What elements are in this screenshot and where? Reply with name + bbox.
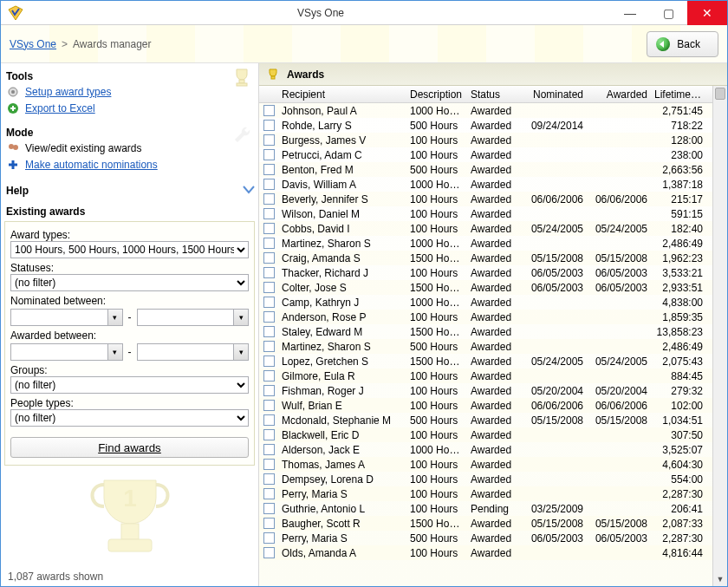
award-types-select[interactable]: 100 Hours, 500 Hours, 1000 Hours, 1500 H… — [10, 241, 249, 258]
nominated-to-dropdown[interactable]: ▾ — [233, 309, 249, 326]
table-row[interactable]: Fishman, Roger J100 HoursAwarded05/20/20… — [259, 383, 712, 398]
statuses-select[interactable]: (no filter) — [10, 274, 249, 291]
row-checkbox[interactable] — [263, 444, 275, 455]
svg-text:1: 1 — [123, 485, 137, 512]
cell-awarded: 06/05/2003 — [587, 282, 651, 294]
col-awarded[interactable]: Awarded — [587, 88, 651, 101]
row-checkbox[interactable] — [263, 459, 275, 470]
table-row[interactable]: Martinez, Sharon S1000 HoursAwarded2,486… — [259, 236, 712, 251]
find-awards-button[interactable]: Find awards — [10, 437, 249, 458]
col-recipient[interactable]: Recipient — [278, 88, 406, 101]
table-row[interactable]: Craig, Amanda S1500 HoursAwarded05/15/20… — [259, 251, 712, 265]
table-row[interactable]: Martinez, Sharon S500 HoursAwarded2,486:… — [259, 339, 712, 354]
row-checkbox[interactable] — [263, 429, 275, 440]
row-checkbox[interactable] — [263, 326, 275, 337]
row-checkbox[interactable] — [263, 208, 275, 219]
table-row[interactable]: Dempsey, Lorena D100 HoursAwarded554:00 — [259, 472, 712, 486]
scroll-thumb[interactable] — [715, 88, 725, 100]
people-types-select[interactable]: (no filter) — [10, 409, 249, 427]
row-checkbox[interactable] — [263, 547, 275, 558]
table-row[interactable]: Burgess, James V100 HoursAwarded128:00 — [259, 133, 712, 147]
row-checkbox[interactable] — [263, 179, 275, 190]
nominated-to-input[interactable] — [137, 309, 234, 326]
back-button[interactable]: Back — [647, 31, 718, 57]
row-checkbox[interactable] — [263, 473, 275, 485]
row-checkbox[interactable] — [263, 503, 275, 514]
nominated-from-dropdown[interactable]: ▾ — [107, 309, 123, 326]
row-checkbox[interactable] — [263, 238, 275, 249]
row-checkbox[interactable] — [263, 370, 275, 382]
table-row[interactable]: Camp, Kathryn J1000 HoursAwarded4,838:00 — [259, 295, 712, 310]
table-row[interactable]: Lopez, Gretchen S1500 HoursAwarded05/24/… — [259, 354, 712, 369]
setup-award-types-link[interactable]: Setup award types — [25, 86, 111, 98]
table-row[interactable]: Johnson, Paul A1000 HoursAwarded2,751:45 — [259, 103, 712, 118]
help-collapse-icon[interactable] — [243, 186, 255, 194]
awarded-from-dropdown[interactable]: ▾ — [107, 343, 123, 361]
row-checkbox[interactable] — [263, 267, 275, 278]
table-row[interactable]: Thomas, James A100 HoursAwarded4,604:30 — [259, 457, 712, 472]
row-checkbox[interactable] — [263, 518, 275, 529]
col-status[interactable]: Status — [467, 88, 523, 101]
table-row[interactable]: Cobbs, David I100 HoursAwarded05/24/2005… — [259, 221, 712, 236]
row-checkbox[interactable] — [263, 355, 275, 367]
row-checkbox[interactable] — [263, 149, 275, 160]
awarded-from-input[interactable] — [10, 343, 107, 361]
table-row[interactable]: Mcdonald, Stephanie M500 HoursAwarded05/… — [259, 413, 712, 427]
cell-description: 100 Hours — [406, 208, 467, 220]
row-checkbox[interactable] — [263, 341, 275, 352]
table-row[interactable]: Thacker, Richard J100 HoursAwarded06/05/… — [259, 265, 712, 280]
row-checkbox[interactable] — [263, 385, 275, 396]
row-checkbox[interactable] — [263, 252, 275, 264]
row-checkbox[interactable] — [263, 297, 275, 308]
cell-description: 500 Hours — [406, 164, 467, 176]
row-checkbox[interactable] — [263, 282, 275, 293]
row-checkbox[interactable] — [263, 120, 275, 131]
cell-description: 100 Hours — [406, 193, 467, 205]
cell-status: Awarded — [467, 297, 523, 309]
row-checkbox[interactable] — [263, 105, 275, 116]
row-checkbox[interactable] — [263, 223, 275, 234]
table-row[interactable]: Wilson, Daniel M100 HoursAwarded591:15 — [259, 206, 712, 221]
table-row[interactable]: Gilmore, Eula R100 HoursAwarded884:45 — [259, 369, 712, 383]
row-checkbox[interactable] — [263, 193, 275, 205]
table-row[interactable]: Baugher, Scott R1500 HoursAwarded05/15/2… — [259, 516, 712, 531]
table-row[interactable]: Staley, Edward M1500 HoursAwarded13,858:… — [259, 324, 712, 339]
table-row[interactable]: Beverly, Jennifer S100 HoursAwarded06/06… — [259, 192, 712, 206]
table-row[interactable]: Alderson, Jack E1000 HoursAwarded3,525:0… — [259, 442, 712, 457]
row-checkbox[interactable] — [263, 414, 275, 426]
row-checkbox[interactable] — [263, 134, 275, 146]
table-row[interactable]: Perry, Maria S500 HoursAwarded06/05/2003… — [259, 531, 712, 545]
export-excel-link[interactable]: Export to Excel — [25, 102, 95, 114]
minimize-button[interactable]: — — [611, 1, 649, 25]
awarded-to-input[interactable] — [137, 343, 234, 361]
table-row[interactable]: Guthrie, Antonio L100 HoursPending03/25/… — [259, 501, 712, 516]
col-nominated[interactable]: Nominated — [523, 88, 587, 101]
col-lifetime[interactable]: Lifetime hours — [651, 88, 706, 101]
row-checkbox[interactable] — [263, 532, 275, 544]
table-row[interactable]: Davis, William A1000 HoursAwarded1,387:1… — [259, 177, 712, 192]
vertical-scrollbar[interactable]: ▲ ▼ — [712, 86, 727, 586]
nominated-from-input[interactable] — [10, 309, 107, 326]
row-checkbox[interactable] — [263, 400, 275, 411]
table-row[interactable]: Petrucci, Adam C100 HoursAwarded238:00 — [259, 147, 712, 162]
table-row[interactable]: Rohde, Larry S500 HoursAwarded09/24/2014… — [259, 118, 712, 133]
close-button[interactable]: ✕ — [687, 1, 727, 25]
row-checkbox[interactable] — [263, 164, 275, 175]
groups-select[interactable]: (no filter) — [10, 376, 249, 394]
make-nominations-link[interactable]: Make automatic nominations — [25, 159, 158, 171]
table-row[interactable]: Anderson, Rose P100 HoursAwarded1,859:35 — [259, 310, 712, 324]
table-row[interactable]: Perry, Maria S100 HoursAwarded2,287:30 — [259, 486, 712, 501]
table-row[interactable]: Olds, Amanda A100 HoursAwarded4,816:44 — [259, 545, 712, 560]
col-description[interactable]: Description — [406, 88, 467, 101]
scroll-down-icon[interactable]: ▼ — [713, 572, 727, 586]
row-checkbox[interactable] — [263, 311, 275, 323]
table-row[interactable]: Benton, Fred M500 HoursAwarded2,663:56 — [259, 162, 712, 177]
breadcrumb-root[interactable]: VSys One — [10, 38, 56, 50]
row-checkbox[interactable] — [263, 488, 275, 499]
table-row[interactable]: Wulf, Brian E100 HoursAwarded06/06/20060… — [259, 398, 712, 413]
maximize-button[interactable]: ▢ — [649, 1, 687, 25]
awarded-to-dropdown[interactable]: ▾ — [233, 343, 249, 361]
table-row[interactable]: Colter, Jose S1500 HoursAwarded06/05/200… — [259, 280, 712, 295]
table-row[interactable]: Blackwell, Eric D100 HoursAwarded307:50 — [259, 427, 712, 442]
help-heading[interactable]: Help — [6, 185, 241, 197]
